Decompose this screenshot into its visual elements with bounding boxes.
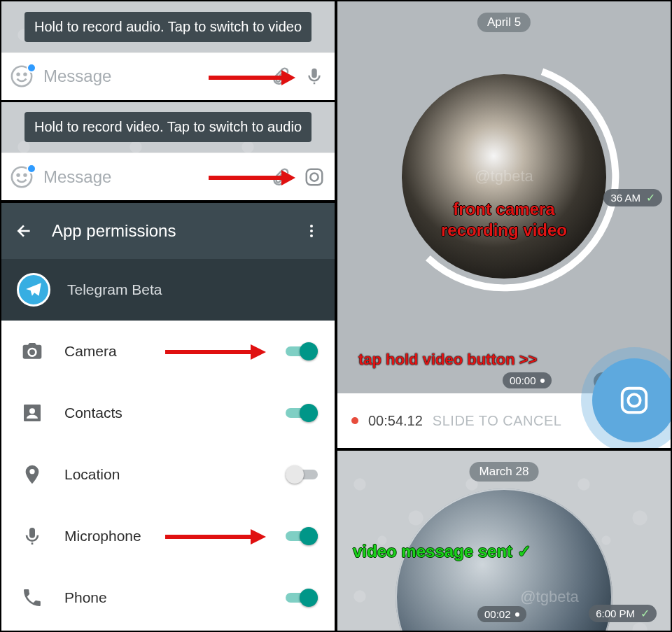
watermark: @tgbeta (475, 167, 533, 185)
permissions-title: App permissions (52, 221, 284, 241)
app-name: Telegram Beta (67, 281, 162, 298)
slide-to-cancel-label[interactable]: SLIDE TO CANCEL (433, 413, 562, 429)
watermark: @tgbeta (520, 588, 579, 606)
permission-label: Microphone (64, 528, 265, 545)
permission-row-sms: SMS (1, 629, 335, 631)
phone-icon (21, 587, 43, 609)
emoji-icon[interactable] (10, 165, 34, 189)
message-composer-audio: Message (1, 52, 335, 100)
microphone-icon (21, 525, 43, 547)
svg-point-7 (24, 174, 27, 176)
video-duration-pill: 00:02 (477, 606, 526, 622)
svg-point-14 (310, 234, 313, 237)
attach-icon[interactable] (269, 165, 293, 189)
video-recording-preview: @tgbeta (392, 64, 616, 288)
telegram-logo-icon (17, 273, 50, 307)
back-icon[interactable] (15, 222, 34, 240)
recording-screen: April 5 @tgbeta front camera recording v… (336, 0, 672, 449)
permissions-header: App permissions (1, 203, 335, 259)
permission-label: Contacts (64, 405, 265, 421)
tooltip-video: Hold to record video. Tap to switch to a… (24, 112, 312, 142)
camera-icon (21, 340, 43, 363)
svg-point-9 (310, 173, 318, 181)
contacts-icon (21, 402, 43, 424)
attach-icon[interactable] (269, 64, 293, 88)
unread-dot-icon (27, 164, 36, 174)
permission-row-camera: Camera (1, 321, 335, 382)
annotation-sent: video message sent ✓ (353, 542, 531, 561)
permission-toggle[interactable] (286, 404, 318, 422)
permission-row-phone: Phone (1, 567, 335, 629)
chat-date-pill: March 28 (470, 462, 539, 482)
annotation-hint: tap hold video button >> (358, 350, 537, 370)
svg-point-6 (18, 174, 20, 176)
svg-point-21 (628, 394, 640, 406)
check-icon: ✓ (646, 191, 655, 204)
svg-point-12 (310, 225, 313, 227)
message-time-pill: 6:00 PM✓ (589, 605, 657, 622)
composer-block-video: Hold to record video. Tap to switch to a… (1, 102, 335, 201)
tooltip-audio: Hold to record audio. Tap to switch to v… (24, 12, 312, 42)
message-input[interactable]: Message (43, 167, 259, 187)
message-composer-video: Message (1, 153, 335, 200)
permission-label: Location (64, 466, 265, 483)
tooltip-area: Hold to record video. Tap to switch to a… (1, 102, 335, 153)
emoji-icon[interactable] (10, 64, 34, 88)
svg-rect-8 (307, 169, 323, 185)
video-record-button[interactable] (592, 358, 672, 442)
recording-timer: 00:54.12 (368, 413, 423, 429)
permission-toggle[interactable] (286, 465, 318, 484)
composer-stack: Hold to record audio. Tap to switch to v… (0, 0, 336, 202)
svg-point-2 (24, 73, 27, 76)
video-message-icon[interactable] (302, 165, 326, 189)
location-icon (21, 463, 43, 486)
app-permissions-screen: App permissions Telegram Beta Camera Con… (0, 202, 336, 632)
side-time-label: 36 AM✓ (603, 189, 662, 206)
permissions-app-row: Telegram Beta (1, 259, 335, 321)
composer-block-audio: Hold to record audio. Tap to switch to v… (1, 1, 335, 102)
camera-preview: @tgbeta (402, 74, 606, 279)
unread-dot-icon (27, 63, 36, 73)
recording-duration-pill: 00:00 (503, 372, 552, 388)
sent-message-screen: March 28 @tgbeta video message sent ✓ 00… (336, 449, 672, 632)
microphone-icon[interactable] (302, 64, 326, 88)
permission-label: Phone (64, 589, 265, 606)
permission-row-contacts: Contacts (1, 382, 335, 444)
recording-indicator-icon (351, 417, 358, 424)
message-input[interactable]: Message (43, 66, 259, 86)
chat-date-pill: April 5 (477, 13, 531, 32)
svg-point-13 (310, 230, 313, 232)
permission-label: Camera (64, 343, 265, 360)
svg-rect-20 (622, 388, 647, 413)
permission-toggle[interactable] (286, 589, 318, 607)
permission-row-microphone: Microphone (1, 505, 335, 567)
more-icon[interactable] (302, 222, 321, 240)
permission-toggle[interactable] (286, 342, 318, 360)
permission-row-location: Location (1, 444, 335, 505)
permissions-list[interactable]: Camera Contacts Location Microphone Phon (1, 321, 335, 631)
tooltip-area: Hold to record audio. Tap to switch to v… (1, 1, 335, 52)
permission-toggle[interactable] (286, 527, 318, 545)
check-icon: ✓ (640, 607, 650, 620)
svg-point-1 (18, 73, 20, 76)
